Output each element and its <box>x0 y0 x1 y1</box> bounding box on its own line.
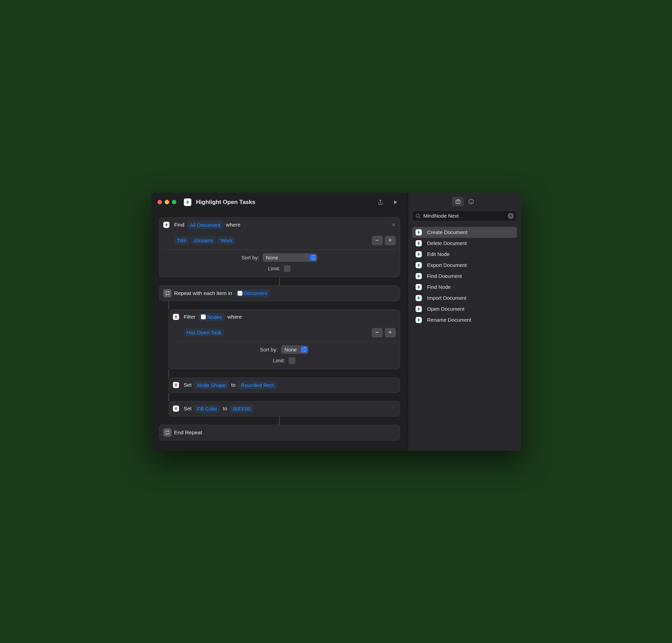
info-tab-button[interactable] <box>465 197 477 206</box>
mindnode-icon <box>416 273 422 279</box>
traffic-lights <box>157 200 176 204</box>
filter-condition-token[interactable]: Has Open Task <box>184 328 224 336</box>
mindnode-icon <box>416 240 422 246</box>
minimize-window-button[interactable] <box>165 200 169 204</box>
repeat-icon <box>163 289 171 298</box>
find-limit-checkbox[interactable] <box>284 265 291 272</box>
mindnode-icon <box>416 295 422 301</box>
filter-verb-label: Filter <box>184 314 195 320</box>
repeat-label: Repeat with each item in <box>174 290 232 296</box>
action-item-label: Rename Document <box>427 317 471 323</box>
connector-line <box>279 416 280 425</box>
end-repeat-block[interactable]: End Repeat <box>159 425 400 440</box>
filter-limit-label: Limit: <box>273 357 285 363</box>
action-item[interactable]: Delete Document <box>412 238 517 249</box>
variable-mini-icon <box>238 291 242 296</box>
mindnode-icon <box>416 284 422 290</box>
action-item[interactable]: Rename Document <box>412 315 517 325</box>
find-where-label: where <box>226 222 240 228</box>
find-document-block[interactable]: Find All Document where ✕ Title contains… <box>159 217 400 277</box>
end-repeat-label: End Repeat <box>174 429 202 436</box>
action-item-label: Edit Node <box>427 251 450 257</box>
svg-point-2 <box>416 214 419 217</box>
add-condition-button[interactable]: + <box>385 328 396 337</box>
filter-sort-label: Sort by: <box>260 347 278 352</box>
set-shape-field[interactable]: Node Shape <box>194 381 228 389</box>
action-item-label: Open Document <box>427 306 465 312</box>
find-filter-field[interactable]: Title <box>174 236 189 244</box>
connector-line <box>279 277 280 286</box>
find-sort-row: Sort by: None ⌃⌄ <box>163 250 396 262</box>
mindnode-icon <box>416 229 422 235</box>
action-item[interactable]: Export Document <box>412 260 517 271</box>
mindnode-icon <box>416 251 422 257</box>
find-filter-operator[interactable]: contains <box>191 236 216 244</box>
main-panel: Highlight Open Tasks Find All Document w… <box>151 193 408 451</box>
filter-source-token[interactable]: Nodes <box>198 313 225 321</box>
connector-line <box>168 369 169 377</box>
action-search-input[interactable] <box>423 213 505 219</box>
repeat-block-header[interactable]: Repeat with each item in Document <box>159 286 400 301</box>
filter-where-label: where <box>227 314 242 320</box>
set-fill-verb: Set <box>184 405 192 412</box>
action-item[interactable]: Find Node <box>412 282 517 293</box>
mindnode-icon <box>173 314 179 320</box>
close-window-button[interactable] <box>157 200 162 204</box>
repeat-variable-token[interactable]: Document <box>235 289 270 297</box>
action-item-label: Delete Document <box>427 240 467 246</box>
add-filter-button[interactable]: + <box>385 236 396 245</box>
workflow-canvas: Find All Document where ✕ Title contains… <box>151 212 408 451</box>
action-search-field[interactable]: ✕ <box>412 210 517 221</box>
set-shape-to-label: to <box>231 382 236 388</box>
action-library-sidebar: ✕ Create DocumentDelete DocumentEdit Nod… <box>408 193 521 451</box>
filter-limit-checkbox[interactable] <box>289 357 296 364</box>
find-scope-token[interactable]: All Document <box>187 221 223 229</box>
connector-line <box>168 393 169 401</box>
set-fill-value[interactable]: 00FF00 <box>230 405 253 413</box>
action-item-label: Export Document <box>427 262 467 268</box>
mindnode-icon <box>416 317 422 323</box>
run-button[interactable] <box>389 197 401 207</box>
set-shape-value[interactable]: Rounded Rect <box>238 381 277 389</box>
repeat-icon <box>163 428 171 437</box>
find-limit-row: Limit: <box>163 262 396 272</box>
find-filter-value[interactable]: Work <box>218 236 235 244</box>
share-button[interactable] <box>374 197 386 207</box>
action-item[interactable]: Find Document <box>412 271 517 282</box>
find-sort-label: Sort by: <box>241 255 259 260</box>
action-item[interactable]: Edit Node <box>412 249 517 260</box>
filter-sort-select[interactable]: None ⌃⌄ <box>281 345 309 354</box>
action-item[interactable]: Create Document <box>412 227 517 238</box>
action-item[interactable]: Import Document <box>412 293 517 304</box>
titlebar: Highlight Open Tasks <box>151 193 408 212</box>
fullscreen-window-button[interactable] <box>172 200 176 204</box>
find-filter-row: Title contains Work − + <box>163 232 396 250</box>
mindnode-icon <box>173 382 179 388</box>
find-sort-select[interactable]: None ⌃⌄ <box>263 253 317 262</box>
find-limit-label: Limit: <box>268 266 280 271</box>
remove-condition-button[interactable]: − <box>372 328 383 337</box>
sidebar-toolbar <box>408 193 521 210</box>
find-verb-label: Find <box>174 222 184 228</box>
mindnode-icon <box>163 222 169 228</box>
find-block-header: Find All Document where ✕ <box>159 218 400 232</box>
search-icon <box>415 213 421 219</box>
shortcut-app-icon <box>184 198 191 206</box>
mindnode-icon <box>173 405 179 412</box>
clear-search-button[interactable]: ✕ <box>508 213 514 219</box>
action-list: Create DocumentDelete DocumentEdit NodeE… <box>408 226 521 327</box>
mindnode-icon <box>416 262 422 268</box>
remove-filter-button[interactable]: − <box>372 236 383 245</box>
window-title: Highlight Open Tasks <box>196 199 371 206</box>
set-node-shape-block[interactable]: Set Node Shape to Rounded Rect <box>168 377 400 393</box>
library-tab-button[interactable] <box>452 197 464 206</box>
set-fill-color-block[interactable]: Set Fill Color to 00FF00 <box>168 401 400 416</box>
set-fill-to-label: to <box>223 405 227 412</box>
set-fill-field[interactable]: Fill Color <box>194 405 220 413</box>
remove-block-button[interactable]: ✕ <box>391 222 396 228</box>
action-item[interactable]: Open Document <box>412 304 517 315</box>
action-item-label: Import Document <box>427 295 467 301</box>
action-item-label: Find Document <box>427 273 462 279</box>
app-window: Highlight Open Tasks Find All Document w… <box>151 193 521 451</box>
filter-nodes-block[interactable]: Filter Nodes where Has Open Task − + <box>168 310 400 369</box>
